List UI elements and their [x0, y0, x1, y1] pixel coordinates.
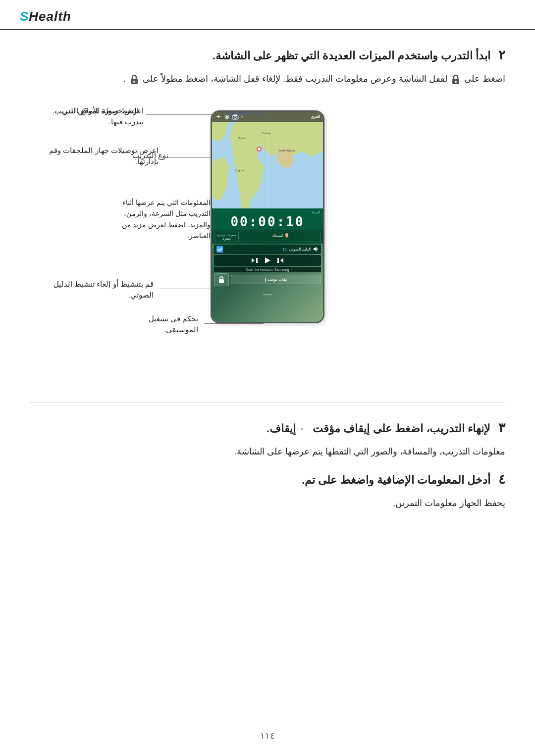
step-2-number: ٢	[498, 48, 505, 62]
step-3-desc: معلومات التدريب، والمسافة، والصور التي ا…	[30, 444, 505, 459]
header: SHealth	[0, 0, 535, 30]
duration-label: المدة	[215, 210, 320, 214]
svg-point-1	[455, 81, 457, 83]
bottom-controls: إيقاف مؤقت ‖	[214, 273, 321, 286]
timer-display: 00:00:10	[215, 214, 320, 229]
music-controls	[214, 255, 321, 266]
page-dots: ●●●●●	[212, 287, 323, 299]
prev-icon	[277, 257, 284, 264]
annotation-map: اعرض خريطة للأماكن التي تتدرب فيها.	[45, 105, 144, 128]
line-music	[204, 323, 264, 324]
audio-guide-row: الدليل الصوتي ((1	[214, 245, 321, 254]
phone-top-bar: الجري ‹	[212, 112, 323, 122]
link-icon	[215, 114, 222, 119]
svg-marker-22	[252, 258, 255, 263]
pin-icon	[285, 233, 289, 238]
step-3-arrow: ←	[296, 422, 310, 435]
svg-point-17	[226, 116, 228, 118]
speaker-icon	[313, 246, 319, 252]
svg-point-3	[133, 81, 135, 83]
svg-rect-20	[277, 258, 279, 263]
step-3-bold1: إيقاف مؤقت	[313, 422, 370, 435]
dots-indicator: ●●●●●	[263, 293, 272, 296]
main-content: ٢ ابدأ التدرب واستخدم الميزات العديدة ال…	[0, 30, 535, 541]
svg-marker-21	[265, 257, 270, 263]
footer: ١١٤	[0, 730, 535, 741]
audio-left: الدليل الصوتي ((1	[282, 246, 319, 252]
step-2-title-text: ابدأ التدرب واستخدم الميزات العديدة التي…	[213, 50, 490, 62]
audio-guide-text: الدليل الصوتي	[289, 247, 311, 252]
svg-text:Angola: Angola	[235, 169, 244, 172]
calories-label-phone: سعرات حرارية	[215, 233, 237, 237]
svg-text:Turkey: Turkey	[262, 132, 271, 135]
step-4: ٤ أدخل المعلومات الإضافية واضغط على تم. …	[30, 469, 505, 511]
step-3-title: ٣ لإنهاء التدريب، اضغط على إيقاف مؤقت ← …	[30, 418, 505, 439]
svg-text:Spain: Spain	[238, 137, 245, 140]
step-2-desc: اضغط على لقفل الشاشة وعرض معلومات التدري…	[30, 71, 505, 87]
step-3: ٣ لإنهاء التدريب، اضغط على إيقاف مؤقت ← …	[30, 418, 505, 459]
step-3-number: ٣	[498, 420, 505, 435]
step-3-bold2: إيقاف.	[267, 422, 296, 435]
song-name: Over the horizon / Samsung	[214, 267, 321, 272]
play-icon	[264, 257, 271, 264]
step-2-desc-middle: لقفل الشاشة وعرض معلومات التدريب فقط. لإ…	[143, 74, 447, 84]
phone-screen: Spain Turkey Saudi Arabia Angola الجري ‹	[212, 112, 323, 322]
step-4-text1: أدخل المعلومات الإضافية واضغط على	[318, 474, 490, 486]
svg-point-8	[258, 148, 261, 151]
calories-value: سعرة	[215, 237, 237, 241]
checkbox-icon	[216, 246, 223, 252]
step-4-bold1: تم.	[302, 474, 315, 486]
svg-point-14	[234, 116, 237, 118]
chevron-icon: ‹	[241, 114, 243, 119]
phone-top-icons: ‹	[215, 114, 243, 120]
annotation-music: تحكم في تشغيل الموسيقى.	[119, 313, 198, 336]
audio-num: ((1	[282, 248, 287, 251]
step-2-title: ٢ ابدأ التدرب واستخدم الميزات العديدة ال…	[30, 45, 505, 66]
step-4-number: ٤	[498, 472, 505, 487]
timer-section: المدة 00:00:10	[212, 208, 323, 230]
phone-mockup: Spain Turkey Saudi Arabia Angola الجري ‹	[211, 110, 324, 323]
distance-inner: المسافة	[241, 233, 320, 238]
annotation-audio: قم بتنشيط أو إلغاء تنشيط الدليل الصوتي.	[45, 279, 154, 301]
step-3-text1: لإنهاء التدريب، اضغط على	[373, 422, 490, 435]
svg-marker-19	[280, 258, 283, 263]
step-4-text2: يحفظ الجهاز معلومات التمرين.	[393, 498, 505, 508]
step-2: ٢ ابدأ التدرب واستخدم الميزات العديدة ال…	[30, 45, 505, 87]
next-icon	[251, 257, 258, 264]
svg-rect-24	[219, 279, 224, 283]
map-svg: Spain Turkey Saudi Arabia Angola	[212, 112, 323, 208]
step-4-desc: يحفظ الجهاز معلومات التمرين.	[30, 495, 505, 511]
annotation-accessories: اعرض توصيلات جهاز الملحقات وقم بإدارتها.	[45, 145, 159, 167]
map-area: Spain Turkey Saudi Arabia Angola الجري ‹	[212, 112, 323, 208]
check-mark-icon	[217, 247, 222, 252]
stat-distance: المسافة	[240, 232, 321, 242]
step-3-text2: معلومات التدريب، والمسافة، والصور التي ا…	[234, 447, 505, 456]
annotation-info: المعلومات التي يتم عرضها أثناء التدريب م…	[107, 197, 211, 242]
step-4-title: ٤ أدخل المعلومات الإضافية واضغط على تم.	[30, 469, 505, 490]
svg-rect-23	[256, 258, 258, 263]
separator	[30, 403, 505, 403]
page-number: ١١٤	[260, 731, 275, 741]
lock-button-icon	[218, 276, 224, 283]
diagram-area: التقط صورة لموقع التدريب. اعرض خريطة للأ…	[30, 101, 505, 388]
stats-row: المسافة سعرات حرارية سعرة	[212, 230, 323, 244]
svg-rect-15	[234, 114, 237, 116]
header-title: SHealth	[20, 9, 71, 24]
lock-icon-2	[130, 74, 139, 85]
dot-icon	[224, 114, 229, 119]
stat-calories: سعرات حرارية سعرة	[214, 232, 239, 242]
camera-icon	[232, 114, 239, 120]
phone-run-type: الجري	[311, 114, 320, 119]
header-s: S	[20, 9, 29, 24]
pause-button[interactable]: إيقاف مؤقت ‖	[231, 275, 321, 284]
lock-icon-1	[451, 74, 460, 85]
svg-text:Saudi Arabia: Saudi Arabia	[278, 149, 295, 152]
step-2-desc-prefix: اضغط على	[464, 74, 505, 84]
distance-label-phone: المسافة	[272, 234, 283, 238]
lock-button[interactable]	[214, 273, 229, 286]
